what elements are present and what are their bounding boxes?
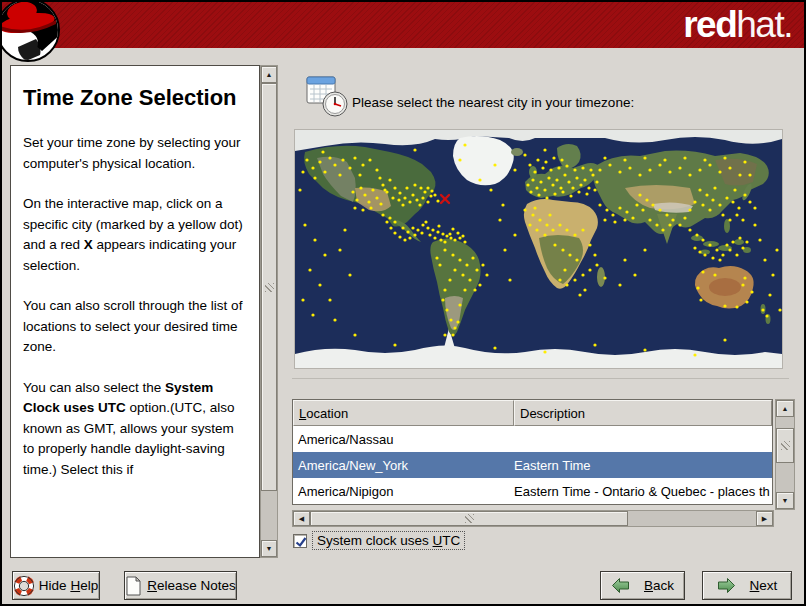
location-table: Location Description America/Nassau Amer…: [292, 399, 773, 505]
table-vertical-scrollbar[interactable]: ▲ ▼: [775, 399, 795, 510]
next-arrow-icon: [717, 577, 736, 594]
back-button[interactable]: Back: [600, 571, 685, 600]
description-cell: Eastern Time: [514, 458, 772, 473]
table-header: Location Description: [293, 400, 772, 426]
help-scrollbar[interactable]: ▲ ▼: [260, 65, 278, 558]
scrollbar-thumb[interactable]: [261, 83, 277, 491]
hide-help-button[interactable]: Hide Help: [12, 571, 100, 600]
utc-checkbox[interactable]: [293, 534, 307, 548]
redhat-wordmark: redhat.: [683, 4, 792, 46]
table-horizontal-scrollbar[interactable]: ◀ ▶: [292, 510, 774, 527]
scroll-up-arrow-icon[interactable]: ▲: [776, 400, 794, 417]
thumb-grip-icon: [781, 441, 790, 450]
timezone-world-map[interactable]: [294, 129, 783, 369]
button-label: Release Notes: [147, 578, 236, 593]
utc-checkbox-row: System clock uses UTC: [293, 531, 465, 550]
help-paragraph: You can also scroll through the list of …: [23, 296, 248, 358]
lifering-icon: [14, 576, 34, 596]
map-separator: [292, 378, 789, 379]
prompt-text: Please select the nearest city in your t…: [352, 95, 634, 110]
check-icon: [294, 535, 308, 549]
help-text-bold: X: [84, 237, 93, 252]
utc-checkbox-label[interactable]: System clock uses UTC: [312, 531, 465, 550]
button-label: Hide Help: [39, 578, 98, 593]
table-row[interactable]: America/Nipigon Eastern Time - Ontario &…: [293, 478, 772, 504]
help-panel: Time Zone Selection Set your time zone b…: [10, 65, 260, 558]
column-header-location[interactable]: Location: [293, 400, 514, 426]
installer-window: redhat. Time Zone Selection Set your tim…: [0, 0, 806, 606]
help-paragraph: You can also select the System Clock use…: [23, 378, 248, 481]
button-label: Next: [750, 578, 778, 593]
scroll-left-arrow-icon[interactable]: ◀: [293, 511, 310, 526]
help-text: You can also select the: [23, 380, 165, 395]
table-row[interactable]: America/New_York Eastern Time: [293, 452, 772, 478]
scrollbar-thumb[interactable]: [310, 511, 628, 526]
location-cell: America/Nipigon: [293, 484, 514, 499]
redhat-shadowman-icon: [0, 0, 66, 67]
help-text: You can also scroll through the list of …: [23, 298, 242, 354]
calendar-clock-icon: [304, 73, 350, 119]
scroll-up-arrow-icon[interactable]: ▲: [261, 66, 277, 83]
release-notes-button[interactable]: Release Notes: [124, 571, 237, 600]
description-cell: Eastern Time - Ontario & Quebec - places…: [514, 484, 772, 499]
column-header-description[interactable]: Description: [514, 400, 772, 426]
location-cell: America/Nassau: [293, 432, 514, 447]
table-row[interactable]: America/Nassau: [293, 426, 772, 452]
help-text: Set your time zone by selecting your com…: [23, 135, 241, 171]
map-outback: [709, 278, 741, 296]
branding-bar: redhat.: [2, 2, 804, 48]
wordmark-hat: hat.: [736, 4, 792, 45]
help-title: Time Zone Selection: [23, 84, 248, 111]
scrollbar-thumb[interactable]: [776, 428, 794, 463]
thumb-grip-icon: [465, 514, 474, 523]
scroll-right-arrow-icon[interactable]: ▶: [756, 511, 773, 526]
location-cell: America/New_York: [293, 458, 514, 473]
document-icon: [125, 576, 142, 596]
map-iceland: [511, 148, 523, 156]
help-paragraph: Set your time zone by selecting your com…: [23, 133, 248, 174]
thumb-grip-icon: [265, 283, 274, 292]
back-arrow-icon: [611, 577, 630, 594]
button-label: Back: [644, 578, 674, 593]
next-button[interactable]: Next: [702, 571, 792, 600]
help-paragraph: On the interactive map, click on a speci…: [23, 194, 248, 276]
wordmark-red: red: [683, 4, 736, 45]
scroll-down-arrow-icon[interactable]: ▼: [776, 492, 794, 509]
scroll-down-arrow-icon[interactable]: ▼: [261, 540, 277, 557]
